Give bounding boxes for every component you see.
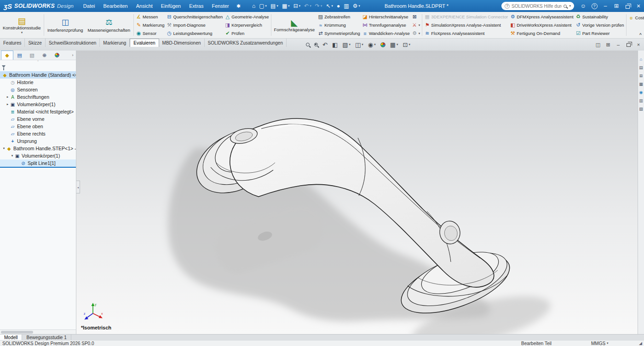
tree-item-step-import[interactable]: ▾ ◆ Bathroom Handle.STEP<1> -> [0,145,76,152]
appearances-scenes-icon[interactable]: ◉ [639,90,643,95]
ribbon-button-floxpress[interactable]: ≋FloXpress Analyseassistent [423,29,509,37]
close-button[interactable]: × [633,0,644,12]
apply-scene-button[interactable]: ▦▾ [388,40,401,50]
chevron-down-icon[interactable]: ▾ [358,4,360,8]
tab-mbd-dimensionen[interactable]: MBD-Dimensionen [159,39,205,47]
ribbon-button-dfmxpress[interactable]: ⚙DFMXpress Analyseassistent [509,13,575,21]
ribbon-button-trennfugenanalyse[interactable]: ⋈Trennfugenanalyse [361,21,411,29]
menu-extras[interactable]: Extras [185,0,207,12]
undo-button[interactable]: ↶▾ [302,1,313,11]
chevron-down-icon[interactable]: ▾ [419,23,420,27]
chevron-down-icon[interactable]: ▾ [408,43,410,46]
ribbon-tool-compare-button[interactable]: ⚔▾ [411,21,421,29]
doc-close-button[interactable]: × [634,40,643,49]
custom-properties-icon[interactable]: ▥ [639,98,643,103]
ribbon-collapse-button[interactable]: ^ [639,32,642,37]
edit-appearance-button[interactable] [378,40,388,50]
user-account-button[interactable]: ☺ [578,0,589,12]
ribbon-button-markierung[interactable]: ✎Markierung [135,21,166,29]
tree-item-historie[interactable]: ◷ Historie [0,79,76,86]
redo-button[interactable]: ↷▾ [313,1,324,11]
ribbon-button-querschnitteigenschaften[interactable]: ⊟Querschnitteigenschaften [166,13,224,21]
configuration-manager-tab[interactable]: ▧ [26,51,38,60]
ribbon-tool-copy-button[interactable]: ⊠ [411,13,421,21]
tree-item-ursprung[interactable]: + Ursprung [0,137,76,145]
chevron-down-icon[interactable]: ▾ [288,4,290,8]
chevron-down-icon[interactable]: ▾ [265,4,267,8]
ribbon-button-pruefen[interactable]: ✔Prüfen [224,29,270,37]
select-button[interactable]: ↖▾ [324,1,335,11]
property-manager-tab[interactable]: ▤ [13,51,26,60]
chevron-down-icon[interactable]: ▾ [332,4,334,8]
ribbon-button-masseneigenschaften[interactable]: ⚖ Masseneigenschaften [86,12,132,38]
ribbon-button-part-reviewer[interactable]: ☑Part Reviewer [575,29,625,37]
ribbon-button-simulationxpress[interactable]: ⚑SimulationXpress Analyse-Assistent [423,21,509,29]
task-list-button[interactable]: ▥ [342,1,351,11]
presence-sphere-button[interactable]: ● [335,1,342,11]
tab-features[interactable]: Features [0,39,25,47]
search-icon[interactable] [564,5,567,8]
expand-caret[interactable]: ▸ [6,102,10,106]
tree-filter-input[interactable] [8,64,74,69]
ribbon-button-fertigung-on-demand[interactable]: ⚒Fertigung On-Demand [509,29,575,37]
tree-item-ebene-vorne[interactable]: ▱ Ebene vorne [0,115,76,123]
display-style-button[interactable]: ◫▾ [353,40,366,50]
tree-item-volumenkoerper[interactable]: ▸ ▣ Volumenkörper(1) [0,101,76,108]
chevron-down-icon[interactable]: ▾ [299,4,301,8]
tile-windows-button[interactable]: ⊞ [611,0,622,12]
panel-tabs-more-button[interactable]: › [69,51,76,60]
restore-button[interactable] [622,0,633,12]
status-expand-button[interactable]: ◢ [639,340,642,346]
ribbon-button-geometrie-analyse[interactable]: △Geometrie-Analyse [224,13,270,21]
chevron-down-icon[interactable]: ▾ [419,32,420,35]
zoom-to-fit-button[interactable] [304,40,312,50]
doc-restore-button[interactable] [624,40,633,49]
ribbon-button-symmetriepruefung[interactable]: ⇄Symmetrieprüfung [316,29,361,37]
units-selector[interactable]: MMGS ▾ [591,340,609,346]
tab-modell[interactable]: Modell [0,335,22,340]
graphics-viewport[interactable]: y x z *Isometrisch ◂ [76,51,638,334]
tree-item-ebene-rechts[interactable]: ▱ Ebene rechts [0,130,76,137]
save-button[interactable]: ▦▾ [280,1,292,11]
pane-split-button[interactable]: ⊞ [604,40,613,49]
expand-caret[interactable]: ▾ [10,154,14,158]
ribbon-button-interferenzpruefung[interactable]: ◫ Interferenzprüfung [45,12,86,38]
tree-item-split-line[interactable]: ⊘ Split Line1[1] [0,159,76,168]
open-button[interactable]: ▤▾ [269,1,280,11]
ribbon-button-formschraegeanalyse[interactable]: ◣ Formschrägeanalyse [272,12,317,38]
new-document-button[interactable]: ▢▾ [257,1,269,11]
doc-minimize-button[interactable]: – [614,40,623,49]
tab-schweisskonstruktionen[interactable]: Schweißkonstruktionen [46,39,100,47]
tab-solidworks-zusatzanwendungen[interactable]: SOLIDWORKS Zusatzanwendungen [205,39,287,47]
forum-icon[interactable]: ▧ [639,107,643,111]
print-button[interactable]: ⊟▾ [292,1,303,11]
tree-item-material[interactable]: ≣ Material <nicht festgelegt> [0,108,76,115]
options-button[interactable]: ⚙▾ [351,1,362,11]
ribbon-tool-fix-button[interactable]: ⚙▾ [411,29,421,37]
chevron-down-icon[interactable]: ▾ [362,43,363,46]
tab-evaluieren[interactable]: Evaluieren [130,39,159,47]
ribbon-button-leistungsbewertung[interactable]: ◷Leistungsbewertung [166,29,224,37]
ribbon-button-hinterschnittanalyse[interactable]: ◪Hinterschnittanalyse [361,13,411,21]
display-manager-tab[interactable] [51,51,63,60]
graphics-area[interactable] [76,51,638,334]
view-palette-icon[interactable]: ▦ [639,82,643,86]
ribbon-button-vorige-version[interactable]: ↺Vorige Version prüfen [575,21,625,29]
chevron-down-icon[interactable]: ▾ [397,43,398,46]
tab-skizze[interactable]: Skizze [25,39,45,47]
pane-tile-button[interactable]: ◫ [593,40,603,49]
chevron-down-icon[interactable]: ▾ [276,4,278,8]
chevron-down-icon[interactable]: ▾ [374,43,376,46]
solidworks-resources-icon[interactable]: ⌂ [640,57,642,62]
panel-collapse-handle[interactable]: ◂ [76,181,80,193]
chevron-down-icon[interactable]: ▾ [349,43,351,46]
chevron-down-icon[interactable]: ▾ [21,31,23,34]
ribbon-button-sustainability[interactable]: ♻Sustainability [575,13,625,21]
menu-einfuegen[interactable]: Einfügen [157,0,185,12]
menu-fenster[interactable]: Fenster [207,0,233,12]
chevron-down-icon[interactable]: ▾ [569,4,571,8]
tree-item-sub-volumenkoerper[interactable]: ▾ ▣ Volumenkörper(1) [0,152,76,159]
menu-bearbeiten[interactable]: Bearbeiten [99,0,132,12]
tree-item-root[interactable]: ◆ Bathroom Handle (Standard) <<Stand [0,71,76,79]
ribbon-button-zebrastreifen[interactable]: ▨Zebrastreifen [316,13,361,21]
